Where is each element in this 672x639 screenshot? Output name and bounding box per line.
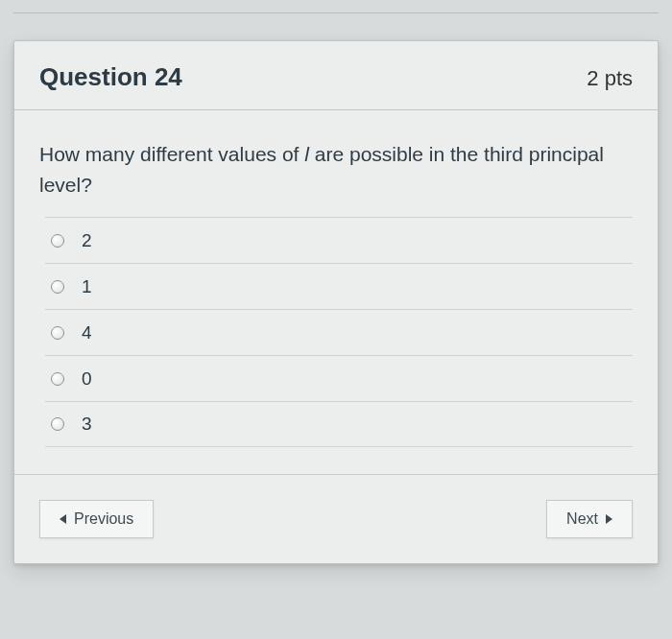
option-label: 3: [82, 414, 92, 435]
option-row[interactable]: 0: [45, 355, 633, 401]
question-footer: Previous Next: [14, 474, 658, 563]
option-label: 2: [82, 230, 92, 251]
next-button-label: Next: [566, 510, 598, 528]
option-label: 0: [82, 368, 92, 390]
caret-right-icon: [606, 514, 612, 524]
page-divider: [13, 8, 659, 13]
caret-left-icon: [60, 514, 66, 524]
option-row[interactable]: 4: [45, 309, 633, 355]
radio-icon[interactable]: [51, 234, 64, 248]
radio-icon[interactable]: [51, 326, 64, 340]
question-header: Question 24 2 pts: [14, 41, 658, 110]
question-title: Question 24: [39, 62, 182, 92]
next-button[interactable]: Next: [546, 500, 633, 538]
question-card: Question 24 2 pts How many different val…: [13, 40, 659, 564]
question-body: How many different values of l are possi…: [14, 110, 658, 474]
question-text-part1: How many different values of: [39, 143, 304, 165]
options-list: 2 1 4 0 3: [45, 217, 633, 447]
option-row[interactable]: 3: [45, 401, 633, 447]
radio-icon[interactable]: [51, 417, 64, 431]
option-row[interactable]: 1: [45, 263, 633, 309]
question-points: 2 pts: [587, 66, 633, 91]
option-row[interactable]: 2: [45, 217, 633, 263]
question-text: How many different values of l are possi…: [39, 139, 633, 200]
radio-icon[interactable]: [51, 372, 64, 386]
previous-button[interactable]: Previous: [39, 500, 154, 538]
radio-icon[interactable]: [51, 280, 64, 294]
option-label: 4: [82, 322, 92, 343]
previous-button-label: Previous: [74, 510, 133, 528]
option-label: 1: [82, 276, 92, 297]
